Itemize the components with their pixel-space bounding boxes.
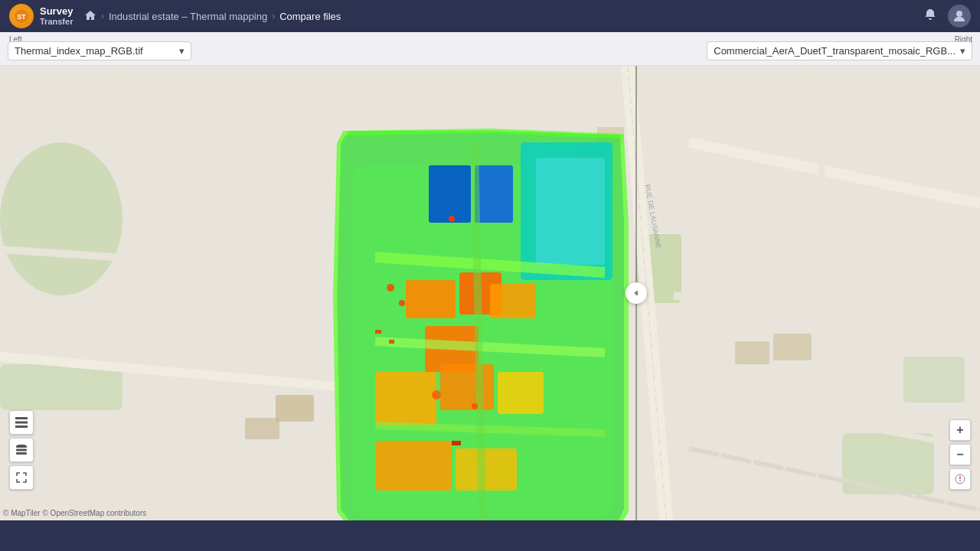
svg-rect-60 xyxy=(15,422,28,424)
map-controls-right: + − xyxy=(949,419,971,490)
svg-rect-41 xyxy=(375,441,452,491)
svg-rect-29 xyxy=(429,165,471,223)
right-dropdown-arrow: ▾ xyxy=(960,45,965,57)
divider-handle[interactable] xyxy=(626,282,647,304)
svg-rect-65 xyxy=(18,445,25,445)
svg-rect-63 xyxy=(16,449,27,452)
svg-rect-39 xyxy=(440,364,494,410)
svg-rect-36 xyxy=(490,284,536,318)
header: ST Survey Transfer › Industrial estate –… xyxy=(0,0,980,32)
breadcrumb-page: Compare files xyxy=(279,11,341,22)
bottom-panel xyxy=(0,520,980,551)
layers-button[interactable] xyxy=(9,438,34,462)
map-divider[interactable] xyxy=(635,66,637,520)
svg-rect-40 xyxy=(498,372,544,414)
thermal-overlay xyxy=(0,66,980,520)
svg-text:ST: ST xyxy=(17,13,26,21)
zoom-in-button[interactable]: + xyxy=(949,419,971,441)
svg-marker-68 xyxy=(959,479,962,483)
zoom-out-button[interactable]: − xyxy=(949,444,971,465)
user-avatar[interactable] xyxy=(948,5,971,28)
left-file-dropdown[interactable]: Thermal_index_map_RGB.tif ▾ xyxy=(8,41,191,60)
svg-rect-52 xyxy=(375,330,381,334)
map-container[interactable]: RUE DE LAUSANNE xyxy=(0,66,980,520)
breadcrumb-sep-2: › xyxy=(272,11,275,21)
svg-rect-53 xyxy=(389,340,394,344)
toolbar: Left Thermal_index_map_RGB.tif ▾ Right C… xyxy=(0,32,980,66)
svg-rect-33 xyxy=(536,158,605,265)
right-file-name: Commercial_AerA_DuetT_transparent_mosaic… xyxy=(714,45,956,57)
svg-rect-42 xyxy=(456,448,517,491)
svg-rect-30 xyxy=(475,165,513,223)
home-icon[interactable] xyxy=(84,9,96,24)
svg-rect-38 xyxy=(375,372,436,425)
svg-rect-34 xyxy=(406,280,456,318)
breadcrumb-sep-1: › xyxy=(101,11,104,21)
svg-rect-59 xyxy=(15,417,28,419)
logo-icon: ST xyxy=(9,4,34,28)
logo-text: Survey Transfer xyxy=(40,6,73,26)
breadcrumb-project[interactable]: Industrial estate – Thermal mapping xyxy=(109,11,267,22)
svg-marker-67 xyxy=(959,475,962,479)
svg-rect-62 xyxy=(16,445,27,448)
svg-rect-64 xyxy=(16,452,27,455)
notifications-icon[interactable] xyxy=(923,8,937,24)
svg-rect-61 xyxy=(15,425,28,428)
svg-point-49 xyxy=(432,390,441,399)
breadcrumb: › Industrial estate – Thermal mapping › … xyxy=(84,9,341,24)
header-icons xyxy=(923,5,971,28)
svg-point-47 xyxy=(387,284,394,292)
left-file-select[interactable]: Thermal_index_map_RGB.tif ▾ xyxy=(8,41,191,60)
right-file-select[interactable]: Commercial_AerA_DuetT_transparent_mosaic… xyxy=(707,41,972,60)
svg-point-31 xyxy=(449,216,455,222)
left-file-name: Thermal_index_map_RGB.tif xyxy=(15,45,143,57)
right-file-dropdown[interactable]: Commercial_AerA_DuetT_transparent_mosaic… xyxy=(707,41,972,60)
svg-point-50 xyxy=(472,403,478,409)
legend-button[interactable] xyxy=(9,410,34,435)
svg-point-2 xyxy=(956,11,962,17)
left-dropdown-arrow: ▾ xyxy=(179,45,185,57)
logo-area[interactable]: ST Survey Transfer xyxy=(9,4,78,28)
svg-point-48 xyxy=(399,300,405,306)
map-attribution: © MapTiler © OpenStreetMap contributors xyxy=(3,509,146,517)
svg-rect-51 xyxy=(452,441,461,445)
fullscreen-button[interactable] xyxy=(9,465,34,490)
compass-button[interactable] xyxy=(949,468,971,490)
map-controls-left xyxy=(9,410,34,490)
